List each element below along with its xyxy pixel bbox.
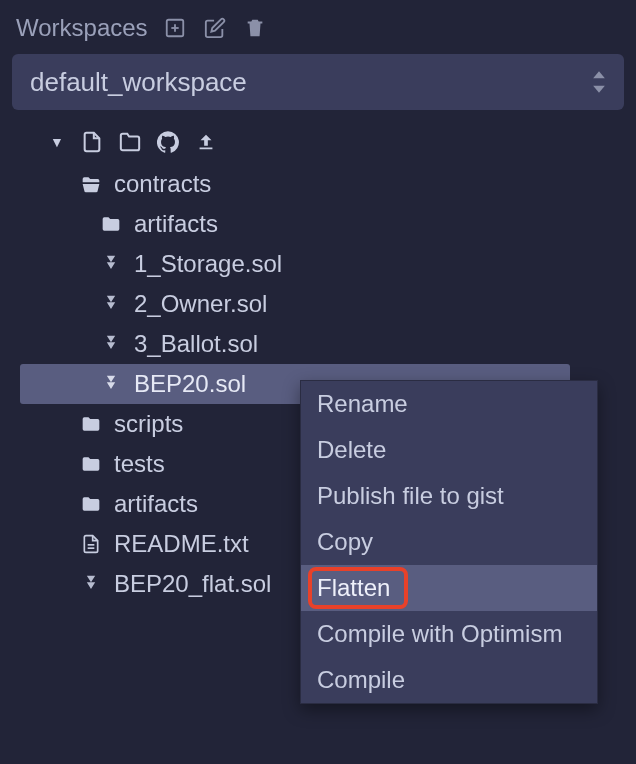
github-icon[interactable] [156,130,180,154]
ctx-flatten[interactable]: Flatten [301,565,597,611]
folder-icon [80,413,102,435]
ctx-compile-optimism[interactable]: Compile with Optimism [301,611,597,657]
workspace-select[interactable]: default_workspace [12,54,624,110]
collapse-icon[interactable]: ▼ [48,134,66,150]
node-label: contracts [114,170,211,198]
upload-icon[interactable] [194,130,218,154]
node-label: scripts [114,410,183,438]
file-owner[interactable]: 2_Owner.sol [20,284,626,324]
ctx-rename[interactable]: Rename [301,381,597,427]
folder-icon [80,493,102,515]
folder-icon [80,453,102,475]
solidity-icon [100,293,122,315]
workspaces-title: Workspaces [16,14,148,42]
workspaces-header: Workspaces [10,8,626,54]
file-icon [80,533,102,555]
node-label: artifacts [134,210,218,238]
solidity-icon [100,333,122,355]
solidity-icon [100,253,122,275]
file-storage[interactable]: 1_Storage.sol [20,244,626,284]
node-label: tests [114,450,165,478]
ctx-compile[interactable]: Compile [301,657,597,703]
workspace-select-value: default_workspace [30,67,247,98]
file-ballot[interactable]: 3_Ballot.sol [20,324,626,364]
solidity-icon [80,573,102,595]
node-label: 2_Owner.sol [134,290,267,318]
ctx-copy[interactable]: Copy [301,519,597,565]
edit-workspace-icon[interactable] [202,15,228,41]
node-label: artifacts [114,490,198,518]
folder-contracts[interactable]: contracts [20,164,626,204]
ctx-delete[interactable]: Delete [301,427,597,473]
workspace-actions [162,15,268,41]
node-label: BEP20_flat.sol [114,570,271,598]
new-folder-icon[interactable] [118,130,142,154]
node-label: 3_Ballot.sol [134,330,258,358]
add-workspace-icon[interactable] [162,15,188,41]
context-menu: Rename Delete Publish file to gist Copy … [300,380,598,704]
delete-workspace-icon[interactable] [242,15,268,41]
ctx-publish[interactable]: Publish file to gist [301,473,597,519]
node-label: 1_Storage.sol [134,250,282,278]
tree-toolbar: ▼ [10,124,626,164]
node-label: BEP20.sol [134,370,246,398]
folder-icon [100,213,122,235]
folder-open-icon [80,173,102,195]
new-file-icon[interactable] [80,130,104,154]
select-arrows-icon [592,71,606,93]
solidity-icon [100,373,122,395]
folder-artifacts[interactable]: artifacts [20,204,626,244]
node-label: README.txt [114,530,249,558]
